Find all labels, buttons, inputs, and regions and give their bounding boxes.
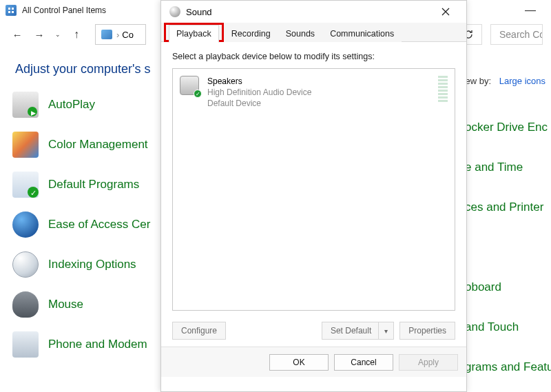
- dialog-footer: OK Cancel Apply: [161, 347, 466, 377]
- sound-body: Select a playback device below to modify…: [161, 42, 466, 313]
- tab-playback[interactable]: Playback: [169, 25, 219, 43]
- sound-dialog: Sound Playback Recording Sounds Communic…: [160, 0, 467, 392]
- search-placeholder: Search Co: [499, 29, 543, 40]
- close-button[interactable]: [433, 1, 458, 23]
- sound-tabs: Playback Recording Sounds Communications: [161, 23, 466, 42]
- control-panel-icon: [6, 5, 17, 16]
- cp-item-blank[interactable]: [465, 230, 551, 265]
- device-speakers[interactable]: Speakers High Definition Audio Device De…: [178, 74, 449, 111]
- nav-back-button[interactable]: ←: [8, 25, 26, 43]
- speakers-icon: [180, 76, 200, 96]
- cp-item-label: ocker Drive Enc: [465, 121, 548, 134]
- phone-icon: [12, 331, 39, 358]
- level-meter: [438, 76, 448, 102]
- instruction-text: Select a playback device below to modify…: [172, 52, 455, 61]
- cp-item-label: Mouse: [48, 298, 83, 311]
- cp-item-pen-touch[interactable]: and Touch: [465, 310, 551, 344]
- device-status: Default Device: [207, 98, 311, 109]
- tab-sounds[interactable]: Sounds: [278, 25, 322, 42]
- device-driver: High Definition Audio Device: [207, 87, 311, 98]
- window-title: All Control Panel Items: [22, 6, 106, 15]
- cp-item-devices-printers[interactable]: ces and Printer: [465, 190, 551, 225]
- viewby-label: ew by:: [466, 76, 492, 86]
- cp-item-label: Indexing Options: [48, 258, 136, 271]
- mouse-icon: [12, 291, 39, 318]
- viewby-dropdown[interactable]: Large icons: [499, 76, 545, 86]
- indexing-icon: [12, 251, 39, 278]
- configure-button[interactable]: Configure: [172, 322, 226, 340]
- cp-item-date-time[interactable]: e and Time: [465, 150, 551, 185]
- cancel-button[interactable]: Cancel: [334, 354, 393, 371]
- cp-item-label: ces and Printer: [465, 200, 543, 214]
- ok-button[interactable]: OK: [269, 354, 329, 371]
- minimize-button[interactable]: —: [515, 4, 545, 17]
- cp-item-label: Default Programs: [48, 178, 139, 192]
- sound-titlebar: Sound: [161, 1, 466, 23]
- svg-rect-3: [12, 11, 14, 13]
- tab-communications[interactable]: Communications: [322, 25, 402, 42]
- default-programs-icon: [12, 172, 39, 198]
- sound-icon: [169, 6, 180, 17]
- cp-item-label: e and Time: [465, 161, 523, 174]
- cp-item-label: Phone and Modem: [48, 338, 147, 351]
- nav-forward-button[interactable]: →: [30, 25, 48, 43]
- search-input[interactable]: Search Co: [490, 24, 543, 45]
- close-icon: [441, 8, 450, 16]
- device-info: Speakers High Definition Audio Device De…: [207, 76, 311, 110]
- device-list[interactable]: Speakers High Definition Audio Device De…: [172, 68, 455, 311]
- address-bar[interactable]: › Co: [95, 24, 146, 45]
- nav-up-button[interactable]: ↑: [67, 25, 85, 43]
- tab-recording[interactable]: Recording: [224, 25, 278, 42]
- chevron-right-icon: ›: [116, 30, 119, 40]
- properties-button[interactable]: Properties: [399, 322, 455, 340]
- svg-rect-1: [12, 8, 14, 10]
- device-name: Speakers: [207, 76, 311, 87]
- nav-history-button[interactable]: ⌄: [52, 31, 63, 38]
- svg-rect-2: [8, 11, 10, 13]
- svg-rect-0: [8, 8, 10, 10]
- cp-item-label: grams and Featu: [465, 360, 551, 374]
- cp-item-label: and Touch: [465, 320, 519, 334]
- cp-item-bitlocker[interactable]: ocker Drive Enc: [465, 110, 551, 145]
- cp-item-label: oboard: [465, 280, 501, 294]
- sound-title: Sound: [186, 7, 212, 17]
- apply-button[interactable]: Apply: [399, 354, 458, 371]
- ease-of-access-icon: [12, 212, 39, 238]
- color-icon: [12, 132, 39, 158]
- set-default-button[interactable]: Set Default ▾: [322, 322, 394, 340]
- autoplay-icon: [12, 92, 39, 118]
- breadcrumb: Co: [122, 30, 134, 40]
- highlight-playback-tab: Playback: [164, 23, 224, 42]
- cp-items-right: ocker Drive Enc e and Time ces and Print…: [465, 110, 551, 392]
- viewby: ew by: Large icons: [466, 76, 545, 86]
- chevron-down-icon[interactable]: ▾: [378, 322, 393, 339]
- set-default-label: Set Default: [331, 326, 371, 336]
- cp-item-label: Color Management: [48, 138, 148, 152]
- cp-item-keyboard[interactable]: oboard: [465, 270, 551, 305]
- device-buttons-row: Configure Set Default ▾ Properties: [161, 313, 466, 347]
- cp-item-programs-features[interactable]: grams and Featu: [465, 350, 551, 384]
- address-icon: [101, 30, 112, 39]
- cp-item-label: Ease of Access Cer: [48, 218, 150, 231]
- cp-item-label: AutoPlay: [48, 98, 95, 112]
